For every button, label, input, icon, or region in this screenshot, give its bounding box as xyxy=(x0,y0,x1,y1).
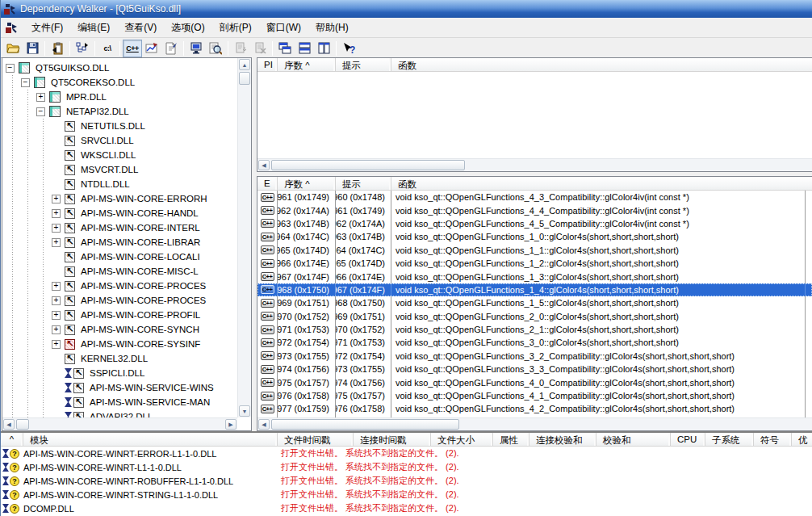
column-header[interactable]: CPU xyxy=(671,433,705,446)
tree-item[interactable]: ADVAPI32.DLL xyxy=(6,409,237,417)
export-row[interactable]: C++ 5969 (0x1751) 5968 (0x1750) void kso… xyxy=(257,296,812,309)
export-row[interactable]: C++ 5972 (0x1754) 5971 (0x1753) void kso… xyxy=(257,336,812,349)
column-header[interactable]: 文件大小 xyxy=(431,433,493,446)
column-header[interactable]: 提示 xyxy=(336,58,391,71)
exports-horizontal-scrollbar[interactable]: ◀ xyxy=(257,417,812,430)
export-row[interactable]: C++ 5964 (0x174C) 5963 (0x174B) void kso… xyxy=(257,230,812,243)
export-row[interactable]: C++ 5977 (0x1759) 5976 (0x1758) void kso… xyxy=(257,402,812,415)
search-button[interactable] xyxy=(206,40,225,57)
open-button[interactable] xyxy=(3,40,23,57)
column-header[interactable]: 文件时间戳 xyxy=(278,433,354,446)
scroll-thumb[interactable] xyxy=(271,419,459,430)
tree-expander-icon[interactable] xyxy=(21,78,30,87)
profile-button[interactable] xyxy=(142,40,161,57)
column-header[interactable]: 函数 xyxy=(391,58,812,71)
tree-expander-icon[interactable] xyxy=(52,195,61,203)
export-row[interactable]: C++ 5971 (0x1753) 5970 (0x1752) void kso… xyxy=(257,323,812,336)
column-header[interactable]: 属性 xyxy=(493,433,529,446)
tree-item[interactable]: API-MS-WIN-CORE-PROFIL xyxy=(6,308,237,322)
scroll-up-arrow[interactable]: ▲ xyxy=(239,59,250,70)
tree-item[interactable]: API-MS-WIN-CORE-INTERL xyxy=(6,220,237,235)
column-header[interactable]: 校验和 xyxy=(596,433,671,446)
column-header[interactable]: 连接校验和 xyxy=(529,433,596,446)
tree-item[interactable]: API-MS-WIN-SERVICE-MAN xyxy=(6,395,237,409)
tree-expander-icon[interactable] xyxy=(36,107,45,116)
column-header[interactable]: 序数 ^ xyxy=(278,58,336,71)
menu-item[interactable]: 帮助(H) xyxy=(308,19,356,37)
column-header[interactable]: 符号 xyxy=(754,433,792,446)
tree-item[interactable]: API-MS-WIN-CORE-HANDL xyxy=(6,206,237,220)
tree-item[interactable]: API-MS-WIN-CORE-PROCES xyxy=(6,293,237,308)
module-row[interactable]: ? API-MS-WIN-CORE-WINRT-ROBUFFER-L1-1-0.… xyxy=(1,474,812,488)
tree-item[interactable]: WKSCLI.DLL xyxy=(6,148,237,162)
tree-expander-icon[interactable] xyxy=(52,296,61,305)
undecorate-cpp-button[interactable]: C++ xyxy=(123,40,142,57)
tree-item[interactable]: NETAPI32.DLL xyxy=(6,104,237,119)
menu-item[interactable]: 编辑(E) xyxy=(70,19,117,37)
column-header[interactable]: E xyxy=(257,177,278,190)
module-row[interactable]: ? API-MS-WIN-CORE-WINRT-ERROR-L1-1-0.DLL… xyxy=(1,447,812,460)
tree-item[interactable]: SRVCLI.DLL xyxy=(6,133,237,148)
tree-expander-icon[interactable] xyxy=(52,282,61,291)
tree-item[interactable]: API-MS-WIN-CORE-ERRORH xyxy=(6,191,237,206)
tree-expander-icon[interactable] xyxy=(52,238,61,247)
tree-horizontal-scrollbar[interactable]: ◀ ▶ xyxy=(2,417,237,430)
full-paths-button[interactable]: c:\ xyxy=(98,40,117,57)
scroll-left-arrow[interactable]: ◀ xyxy=(3,419,15,430)
export-row[interactable]: C++ 5961 (0x1749) 5960 (0x1748) void kso… xyxy=(257,191,812,203)
tree-expander-icon[interactable] xyxy=(52,311,61,320)
mdi-child-icon[interactable] xyxy=(6,22,18,34)
column-header[interactable]: 模块 xyxy=(23,433,278,446)
tree-item[interactable]: API-MS-WIN-CORE-PROCES xyxy=(6,279,237,293)
export-row[interactable]: C++ 5976 (0x1758) 5975 (0x1757) void kso… xyxy=(257,389,812,402)
scroll-right-arrow[interactable]: ▶ xyxy=(225,419,236,430)
tree-item[interactable]: API-MS-WIN-CORE-MISC-L xyxy=(6,264,237,279)
tree-item[interactable]: API-MS-WIN-CORE-LOCALI xyxy=(6,250,237,264)
export-row[interactable]: C++ 5968 (0x1750) 5967 (0x174F) void kso… xyxy=(257,283,812,296)
tile-horizontal-button[interactable] xyxy=(295,40,314,57)
scroll-left-arrow[interactable]: ◀ xyxy=(258,160,270,170)
tile-vertical-button[interactable] xyxy=(314,40,333,57)
tree-item[interactable]: MSVCRT.DLL xyxy=(6,162,237,177)
menu-item[interactable]: 查看(V) xyxy=(117,19,164,37)
scroll-thumb[interactable] xyxy=(239,72,250,85)
tree-item[interactable]: KERNEL32.DLL xyxy=(6,351,237,366)
export-row[interactable]: C++ 5975 (0x1757) 5974 (0x1756) void kso… xyxy=(257,375,812,388)
menu-item[interactable]: 窗口(W) xyxy=(259,19,308,37)
tree-expander-icon[interactable] xyxy=(52,325,61,334)
save-button[interactable] xyxy=(23,40,42,57)
export-row[interactable]: C++ 5970 (0x1752) 5969 (0x1751) void kso… xyxy=(257,310,812,323)
system-info-button[interactable] xyxy=(186,40,206,57)
column-header[interactable]: 提示 xyxy=(336,177,391,190)
column-header[interactable]: 函数 xyxy=(391,177,812,190)
tree-vertical-scrollbar[interactable]: ▲ ▼ xyxy=(237,58,251,417)
column-header[interactable]: ^ xyxy=(1,433,23,446)
tree-expander-icon[interactable] xyxy=(36,93,45,102)
tree-expander-icon[interactable] xyxy=(52,224,61,233)
column-header[interactable]: 子系统 xyxy=(705,433,754,446)
expand-log-button[interactable] xyxy=(231,40,250,57)
tree-item[interactable]: NTDLL.DLL xyxy=(6,177,237,191)
module-row[interactable]: ? DCOMP.DLL 打开文件出错。 系统找不到指定的文件。 (2). xyxy=(1,501,812,515)
tree-item[interactable]: API-MS-WIN-CORE-SYNCH xyxy=(6,322,237,337)
scroll-down-arrow[interactable]: ▼ xyxy=(239,405,250,417)
tree-item[interactable]: QT5COREKSO.DLL xyxy=(6,75,237,90)
menu-item[interactable]: 文件(F) xyxy=(24,19,70,37)
tree-item[interactable]: SSPICLI.DLL xyxy=(6,366,237,380)
tree-item[interactable]: API-MS-WIN-CORE-SYSINF xyxy=(6,337,237,351)
tree-item[interactable]: NETUTILS.DLL xyxy=(6,119,237,133)
scroll-left-arrow[interactable]: ◀ xyxy=(258,419,270,430)
tree-expander-icon[interactable] xyxy=(52,340,61,349)
export-row[interactable]: C++ 5974 (0x1756) 5973 (0x1755) void kso… xyxy=(257,363,812,375)
copy-button[interactable] xyxy=(48,40,67,57)
export-row[interactable]: C++ 5967 (0x174F) 5966 (0x174E) void kso… xyxy=(257,270,812,283)
menu-item[interactable]: 选项(O) xyxy=(164,19,211,37)
cascade-windows-button[interactable] xyxy=(275,40,295,57)
export-row[interactable]: C++ 5973 (0x1755) 5972 (0x1754) void kso… xyxy=(257,350,812,363)
column-header[interactable]: 优 xyxy=(792,433,812,446)
module-row[interactable]: ? API-MS-WIN-CORE-WINRT-L1-1-0.DLL 打开文件出… xyxy=(1,460,812,474)
column-header[interactable]: 连接时间戳 xyxy=(354,433,431,446)
menu-item[interactable]: 剖析(P) xyxy=(212,19,259,37)
export-row[interactable]: C++ 5962 (0x174A) 5961 (0x1749) void kso… xyxy=(257,203,812,216)
tree-item[interactable]: MPR.DLL xyxy=(6,90,237,104)
